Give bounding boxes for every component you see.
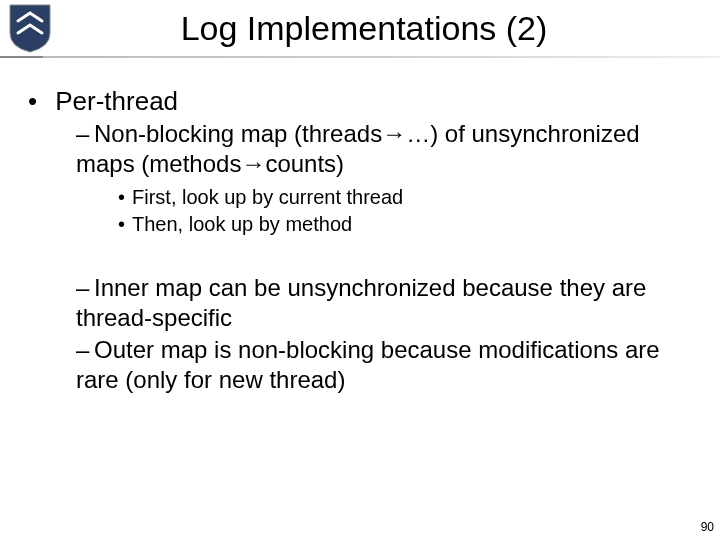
bullet-level-3: •Then, look up by method [118, 212, 692, 237]
dash-icon: – [76, 119, 94, 149]
dash-icon: – [76, 273, 94, 303]
page-number: 90 [701, 520, 714, 534]
bullet-level-2: –Outer map is non-blocking because modif… [76, 335, 692, 395]
bullet-level-1: • Per-thread [28, 86, 692, 117]
bullet-text: Then, look up by method [132, 213, 352, 235]
bullet-text: Per-thread [55, 86, 178, 116]
bullet-icon: • [118, 185, 132, 210]
logo-shield-icon [8, 3, 52, 53]
bullet-level-3: •First, look up by current thread [118, 185, 692, 210]
slide-title: Log Implementations (2) [52, 9, 720, 48]
bullet-icon: • [28, 86, 48, 117]
bullet-level-2: –Inner map can be unsynchronized because… [76, 273, 692, 333]
bullet-text: First, look up by current thread [132, 186, 403, 208]
spacing [76, 243, 692, 273]
bullet-level-2: –Non-blocking map (threads→…) of unsynch… [76, 119, 692, 179]
slide: Log Implementations (2) • Per-thread –No… [0, 0, 720, 540]
header: Log Implementations (2) [0, 0, 720, 56]
bullet-level-3-group: •First, look up by current thread •Then,… [76, 185, 692, 237]
bullet-text: Outer map is non-blocking because modifi… [76, 336, 660, 393]
bullet-text: Inner map can be unsynchronized because … [76, 274, 646, 331]
bullet-text: Non-blocking map (threads→…) of unsynchr… [76, 120, 640, 177]
bullet-level-2-group: –Non-blocking map (threads→…) of unsynch… [28, 119, 692, 395]
slide-body: • Per-thread –Non-blocking map (threads→… [0, 58, 720, 395]
dash-icon: – [76, 335, 94, 365]
bullet-icon: • [118, 212, 132, 237]
